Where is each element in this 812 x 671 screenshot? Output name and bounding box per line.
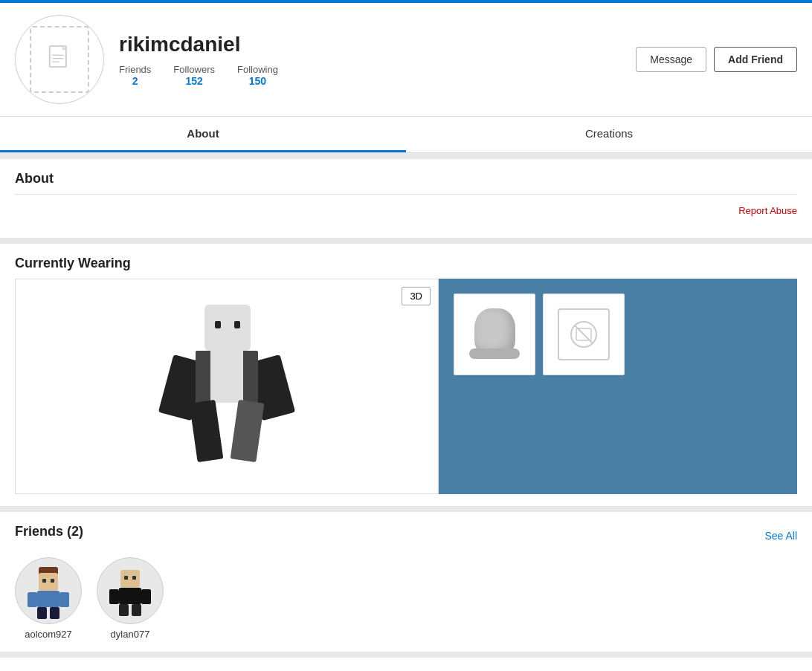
f1-eye-l	[42, 579, 46, 583]
item-1-image	[465, 305, 524, 364]
stat-friends[interactable]: Friends 2	[119, 64, 151, 87]
char-head	[204, 305, 251, 351]
avatar-placeholder	[30, 26, 89, 93]
items-panel	[439, 279, 797, 494]
f2-leg-r	[132, 604, 141, 616]
message-button[interactable]: Message	[636, 47, 706, 72]
f2-shirt	[119, 588, 141, 604]
about-section: About Report Abuse	[0, 159, 812, 238]
about-content-box: Report Abuse	[15, 194, 797, 226]
friend-avatar-1	[15, 557, 82, 624]
char-torso-right	[243, 351, 258, 403]
roblox-character	[160, 305, 294, 468]
item-2-placeholder	[558, 308, 610, 360]
following-value: 150	[237, 75, 278, 87]
stat-following[interactable]: Following 150	[237, 64, 278, 87]
stat-followers[interactable]: Followers 152	[173, 64, 215, 87]
currently-wearing-title: Currently Wearing	[15, 256, 797, 271]
item-thumb-1[interactable]	[454, 294, 535, 375]
no-image-icon	[569, 320, 599, 349]
f2-arm-l	[109, 589, 119, 604]
f1-shirt	[37, 591, 59, 607]
profile-header: rikimcdaniel Friends 2 Followers 152 Fol…	[0, 3, 812, 117]
friend-avatar-2	[97, 557, 164, 624]
profile-actions: Message Add Friend	[636, 47, 797, 72]
char-eye-left	[215, 321, 221, 328]
tab-creations[interactable]: Creations	[406, 117, 812, 152]
friends-value: 2	[119, 75, 151, 87]
f1-eye-r	[51, 579, 54, 583]
friends-label: Friends	[119, 64, 151, 75]
hat-brim	[469, 349, 520, 359]
tabs-container: About Creations	[0, 117, 812, 153]
about-title: About	[15, 171, 797, 187]
friends-header: Friends (2) See All	[15, 524, 797, 547]
groups-section: Groups	[0, 658, 812, 671]
friend-name-1: aolcom927	[15, 629, 82, 640]
friend-item-2[interactable]: dylan077	[97, 557, 164, 640]
followers-value: 152	[173, 75, 215, 87]
f2-eye-r	[132, 576, 136, 580]
f1-leg-r	[50, 607, 59, 619]
friend-item-1[interactable]: aolcom927	[15, 557, 82, 640]
profile-username: rikimcdaniel	[119, 33, 621, 56]
friends-list: aolcom927	[15, 557, 797, 640]
avatar	[15, 15, 104, 104]
profile-info: rikimcdaniel Friends 2 Followers 152 Fol…	[119, 33, 621, 87]
friends-section: Friends (2) See All	[0, 512, 812, 652]
3d-button[interactable]: 3D	[402, 287, 431, 305]
svg-rect-1	[62, 46, 65, 49]
document-icon	[45, 45, 74, 74]
wearing-inner: 3D	[15, 279, 797, 494]
char-eye-right	[234, 321, 240, 328]
following-label: Following	[237, 64, 278, 75]
f1-head	[39, 573, 58, 591]
tab-about[interactable]: About	[0, 117, 406, 152]
friend-name-2: dylan077	[97, 629, 164, 640]
stats: Friends 2 Followers 152 Following 150	[119, 64, 621, 87]
char-leg-right	[231, 400, 265, 462]
add-friend-button[interactable]: Add Friend	[714, 47, 797, 72]
f1-arm-l	[28, 592, 37, 607]
currently-wearing-section: Currently Wearing	[0, 244, 812, 506]
f2-head	[120, 570, 140, 588]
char-torso-left	[196, 351, 210, 403]
f2-eye-l	[124, 576, 128, 580]
f2-arm-r	[141, 589, 151, 604]
hat-shape-container	[468, 308, 521, 360]
see-all-link[interactable]: See All	[764, 530, 797, 542]
friend1-figure	[19, 561, 78, 620]
char-leg-left	[190, 400, 224, 462]
report-abuse-link[interactable]: Report Abuse	[738, 205, 797, 216]
friend2-figure	[100, 561, 160, 620]
avatar-3d-viewer: 3D	[15, 279, 439, 494]
friends-title: Friends (2)	[15, 524, 83, 539]
f2-leg-l	[119, 604, 129, 616]
f1-arm-r	[59, 592, 69, 607]
item-thumb-2[interactable]	[543, 294, 625, 375]
f1-leg-l	[37, 607, 47, 619]
followers-label: Followers	[173, 64, 215, 75]
